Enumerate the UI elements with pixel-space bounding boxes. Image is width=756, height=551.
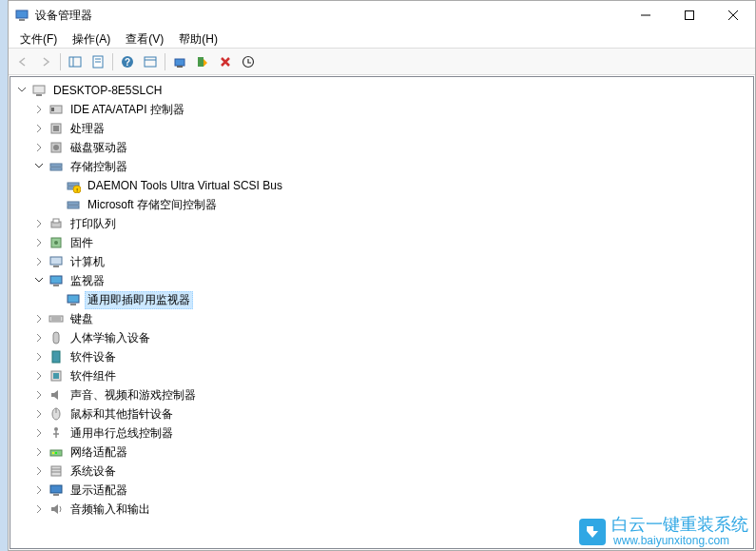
minimize-button[interactable] (624, 1, 668, 30)
tree-root[interactable]: DESKTOP-8E5SLCH (10, 81, 753, 100)
svg-rect-45 (49, 316, 63, 322)
svg-point-26 (53, 145, 59, 150)
device-label: 通用即插即用监视器 (85, 291, 193, 309)
tree-category[interactable]: 系统设备 (10, 462, 753, 481)
expand-icon[interactable] (31, 102, 47, 117)
category-label: 处理器 (68, 120, 107, 138)
category-label: 软件设备 (68, 348, 119, 366)
tree-device[interactable]: Microsoft 存储空间控制器 (10, 195, 753, 214)
tree-category[interactable]: 软件组件 (10, 366, 753, 385)
expand-icon[interactable] (31, 254, 47, 269)
svg-point-59 (55, 452, 57, 454)
category-label: 磁盘驱动器 (68, 139, 130, 157)
properties-button[interactable] (87, 51, 108, 72)
display-icon (48, 482, 64, 498)
tree-device[interactable]: 通用即插即用监视器 (10, 290, 753, 309)
tree-device[interactable]: !DAEMON Tools Ultra Virtual SCSI Bus (10, 176, 753, 195)
disk-icon (48, 140, 64, 155)
tree-category[interactable]: 固件 (10, 233, 753, 252)
printer-icon (48, 216, 64, 231)
mouse-icon (48, 406, 64, 422)
tree-category[interactable]: 显示适配器 (10, 481, 753, 500)
expand-icon[interactable] (31, 121, 47, 136)
monitor-icon (66, 292, 81, 307)
menu-view[interactable]: 查看(V) (118, 30, 171, 48)
svg-rect-33 (68, 202, 79, 205)
device-tree[interactable]: DESKTOP-8E5SLCH IDE ATA/ATAPI 控制器处理器磁盘驱动… (10, 76, 754, 549)
expand-icon[interactable] (31, 425, 47, 441)
cpu-icon (48, 121, 64, 136)
svg-rect-16 (177, 66, 183, 68)
maximize-button[interactable] (668, 1, 711, 30)
expand-icon[interactable] (31, 273, 47, 288)
category-label: 键盘 (68, 310, 96, 328)
svg-rect-0 (16, 10, 28, 18)
expand-icon[interactable] (31, 444, 47, 460)
tree-category[interactable]: 鼠标和其他指针设备 (10, 404, 753, 423)
svg-rect-43 (68, 295, 79, 303)
monitor-icon (48, 273, 64, 288)
menu-help[interactable]: 帮助(H) (171, 30, 225, 48)
disable-button[interactable] (238, 51, 259, 72)
tree-category[interactable]: 计算机 (10, 252, 753, 271)
menu-file[interactable]: 文件(F) (12, 30, 65, 48)
svg-point-54 (54, 427, 58, 431)
svg-text:?: ? (125, 57, 130, 68)
category-label: 网络适配器 (68, 443, 130, 462)
keyboard-icon (48, 311, 64, 326)
scan-hardware-button[interactable] (192, 51, 213, 72)
uninstall-button[interactable] (215, 51, 236, 72)
svg-rect-3 (686, 11, 694, 20)
expand-icon[interactable] (31, 463, 47, 479)
expand-icon[interactable] (31, 159, 47, 174)
svg-rect-6 (69, 57, 81, 67)
menubar: 文件(F) 操作(A) 查看(V) 帮助(H) (9, 30, 755, 49)
toolbar-separator (60, 53, 61, 70)
tree-category[interactable]: 人体学输入设备 (10, 328, 753, 347)
tree-category[interactable]: 磁盘驱动器 (10, 138, 753, 157)
device-label: Microsoft 存储空间控制器 (85, 196, 220, 214)
tree-category[interactable]: 处理器 (10, 119, 753, 138)
svg-rect-49 (52, 351, 60, 363)
tree-category[interactable]: IDE ATA/ATAPI 控制器 (10, 100, 753, 119)
tree-category[interactable]: 声音、视频和游戏控制器 (10, 385, 753, 404)
update-driver-button[interactable] (169, 51, 190, 72)
toolbar-view-button[interactable] (140, 51, 161, 72)
tree-category[interactable]: 软件设备 (10, 347, 753, 366)
tree-category[interactable]: 网络适配器 (10, 443, 753, 462)
tree-category[interactable]: 打印队列 (10, 214, 753, 233)
expand-icon[interactable] (31, 311, 47, 326)
expand-icon[interactable] (31, 235, 47, 250)
svg-rect-64 (53, 494, 59, 496)
category-label: 显示适配器 (68, 482, 130, 500)
tree-category[interactable]: 存储控制器 (10, 157, 753, 176)
expand-icon[interactable] (31, 368, 47, 384)
expand-icon[interactable] (31, 216, 47, 231)
watermark-logo-icon (579, 519, 606, 545)
expand-icon[interactable] (31, 349, 47, 364)
forward-button[interactable] (35, 51, 56, 72)
category-label: 通用串行总线控制器 (68, 424, 176, 443)
expand-icon[interactable] (14, 83, 29, 98)
tree-category[interactable]: 通用串行总线控制器 (10, 423, 753, 443)
close-button[interactable] (711, 1, 755, 30)
expand-icon[interactable] (31, 502, 47, 517)
audio-icon (48, 502, 64, 517)
help-button[interactable]: ? (117, 51, 138, 72)
expand-icon[interactable] (31, 140, 47, 155)
expand-icon[interactable] (31, 406, 47, 422)
svg-rect-15 (175, 59, 184, 66)
menu-action[interactable]: 操作(A) (65, 30, 118, 48)
tree-category[interactable]: 监视器 (10, 271, 753, 290)
svg-rect-51 (53, 373, 59, 379)
left-background-strip (0, 0, 8, 551)
expand-icon[interactable] (31, 387, 47, 403)
watermark: 白云一键重装系统 www.baiyunxitong.com (579, 516, 748, 547)
toolbar: ? (9, 49, 755, 75)
device-manager-window: 设备管理器 文件(F) 操作(A) 查看(V) 帮助(H) ? (8, 0, 756, 551)
tree-category[interactable]: 键盘 (10, 309, 753, 328)
show-hide-tree-button[interactable] (65, 51, 86, 72)
expand-icon[interactable] (31, 330, 47, 345)
expand-icon[interactable] (31, 482, 47, 498)
back-button[interactable] (12, 51, 33, 72)
